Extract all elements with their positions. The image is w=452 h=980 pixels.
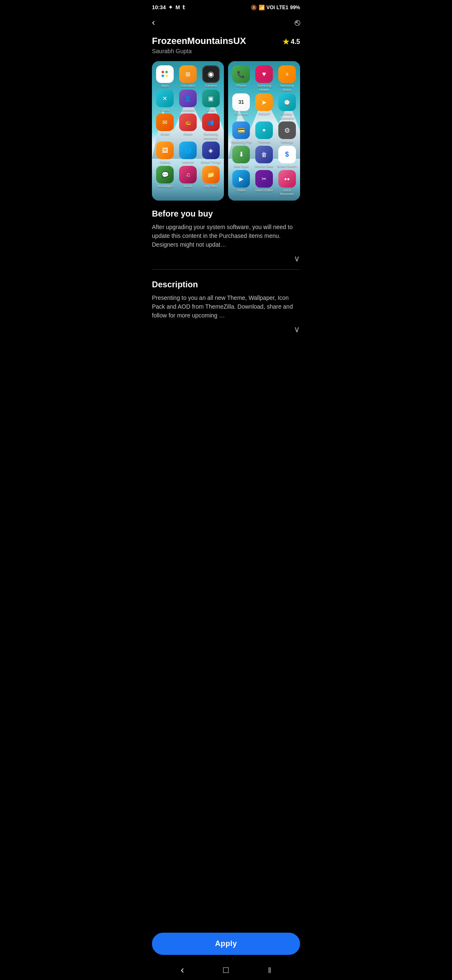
list-item: ⊞ Calculator — [177, 65, 199, 88]
list-item: ⬇ Side Sync — [231, 146, 252, 168]
videoedit-icon: ✂ — [255, 170, 273, 188]
divider — [152, 269, 300, 270]
gwear-label: Galaxy Wearable — [276, 112, 298, 120]
myfiles-icon: 📁 — [202, 166, 220, 183]
list-item: Apps — [154, 65, 176, 88]
clock-icon: ✕ — [156, 90, 174, 107]
list-item: ◈ Smart Things — [200, 142, 221, 164]
signal-icon: VOl LTE1 — [267, 5, 288, 10]
settings-icon: ⚙ — [278, 121, 296, 139]
list-item: ●● Voice Recorder — [276, 170, 298, 196]
list-item: 📞 Phone — [231, 65, 252, 92]
battery-icon: 99% — [290, 5, 300, 10]
title-text: FrozeenMountainsUX Saurabh Gupta — [152, 36, 246, 54]
list-item: 💳 Samsung Pay — [231, 121, 252, 144]
camera-label: Camera — [205, 84, 216, 88]
sswitch-label: Smart Switch — [277, 164, 297, 168]
calendar-label: Calendar — [234, 112, 248, 116]
messages-icon: 💬 — [156, 166, 174, 183]
description-text: Presenting to you an all new Theme, Wall… — [152, 294, 300, 320]
before-you-buy-title: Before you buy — [152, 209, 300, 219]
internet-icon: 🌐 — [179, 142, 197, 159]
list-item: ✉ Email — [154, 113, 176, 140]
list-item: ♥ Samsung Health — [254, 65, 275, 92]
music-label: Music — [184, 184, 193, 188]
contacts-icon: 👤 — [179, 90, 197, 107]
sthings-icon: ◈ — [202, 142, 220, 159]
star-icon: ★ — [282, 37, 289, 46]
calculator-icon: ⊞ — [179, 65, 197, 83]
expand-before-button[interactable]: ∨ — [144, 249, 308, 268]
rating: ★ 4.5 — [282, 36, 300, 46]
sidesync-label: Side Sync — [234, 164, 249, 168]
list-item: 👥 Samsung Members — [200, 113, 221, 140]
calendar-icon: 31 — [232, 93, 250, 111]
list-item: ≡ Samsung Notes — [276, 65, 298, 92]
list-item: $ Smart Switch — [276, 146, 298, 168]
videoedit-label: Video Editor — [255, 188, 273, 193]
music-icon: ♫ — [179, 166, 197, 183]
spay-icon: 💳 — [232, 121, 250, 139]
title-area: FrozeenMountainsUX Saurabh Gupta ★ 4.5 — [144, 34, 308, 61]
list-item: ⌚ Galaxy Wearable — [276, 93, 298, 120]
mute-icon: 🔕 — [251, 5, 257, 10]
sidesync-icon: ⬇ — [232, 146, 250, 163]
smembers-label: Samsung Members — [200, 132, 221, 140]
snotes-icon: ≡ — [278, 65, 296, 83]
email-icon: ✉ — [156, 113, 174, 131]
messages-label: Messages — [157, 184, 172, 188]
rating-value: 4.5 — [291, 38, 300, 46]
internet-label: Internet — [182, 160, 193, 164]
share-button[interactable]: ⎋ — [295, 17, 300, 28]
list-item: ▶ Video — [231, 170, 252, 196]
settings-label: Settings — [281, 140, 293, 144]
snotes-label: Samsung Notes — [276, 84, 298, 92]
preview-section: Apps ⊞ Calculator ◉ Camera ✕ Clock 👤 Con… — [144, 61, 308, 201]
themes-label: Themes — [258, 140, 270, 144]
before-you-buy-text: After upgrading your system software, yo… — [152, 223, 300, 249]
chevron-down-icon: ∨ — [294, 324, 300, 334]
dcare-label: Device Care — [255, 164, 273, 168]
back-button[interactable]: ‹ — [152, 17, 155, 28]
voicerec-label: Voice Recorder — [276, 188, 298, 196]
gmail-icon: M — [175, 4, 180, 10]
voicerec-icon: ●● — [278, 170, 296, 188]
video-label: Video — [237, 188, 245, 193]
phone-icon: 📞 — [232, 65, 250, 83]
phone-label: Phone — [236, 84, 246, 88]
expand-description-button[interactable]: ∨ — [144, 320, 308, 338]
chevron-down-icon: ∨ — [294, 253, 300, 263]
spay-label: Samsung Pay — [231, 140, 252, 144]
radio-icon: 📻 — [179, 113, 197, 131]
penup-label: PENUP — [258, 112, 270, 116]
dcare-icon: 🗑 — [255, 146, 273, 163]
themes-icon: ✦ — [255, 121, 273, 139]
calculator-label: Calculator — [180, 84, 195, 88]
wifi-icon: 📶 — [259, 5, 265, 10]
apps-icon — [156, 65, 174, 83]
list-item: 👤 Contacts — [177, 90, 199, 112]
list-item: ◉ Camera — [200, 65, 221, 88]
list-item: ▣ DMB — [200, 90, 221, 112]
contacts-label: Contacts — [181, 108, 195, 112]
app-author: Saurabh Gupta — [152, 48, 246, 54]
gallery-label: Gallery — [160, 160, 170, 164]
preview-card-left: Apps ⊞ Calculator ◉ Camera ✕ Clock 👤 Con… — [152, 61, 224, 201]
shealth-icon: ♥ — [255, 65, 273, 83]
camera-icon: ◉ — [202, 65, 220, 83]
list-item: 📁 My Files — [200, 166, 221, 188]
list-item: ⚙ Settings — [276, 121, 298, 144]
twitter-icon: 𝕥 — [182, 4, 185, 10]
status-bar: 10:34 ✦ M 𝕥 🔕 📶 VOl LTE1 99% — [144, 0, 308, 13]
myfiles-label: My Files — [205, 184, 217, 188]
icon-grid-left: Apps ⊞ Calculator ◉ Camera ✕ Clock 👤 Con… — [152, 61, 224, 193]
icon-grid-right: 📞 Phone ♥ Samsung Health ≡ Samsung Notes… — [228, 61, 300, 201]
gallery-icon: 🖼 — [156, 142, 174, 159]
penup-icon: ➤ — [255, 93, 273, 111]
list-item: ✕ Clock — [154, 90, 176, 112]
list-item: 🖼 Gallery — [154, 142, 176, 164]
list-item: 🗑 Device Care — [254, 146, 275, 168]
list-item: ✂ Video Editor — [254, 170, 275, 196]
email-label: Email — [161, 132, 169, 136]
time: 10:34 — [152, 4, 166, 10]
